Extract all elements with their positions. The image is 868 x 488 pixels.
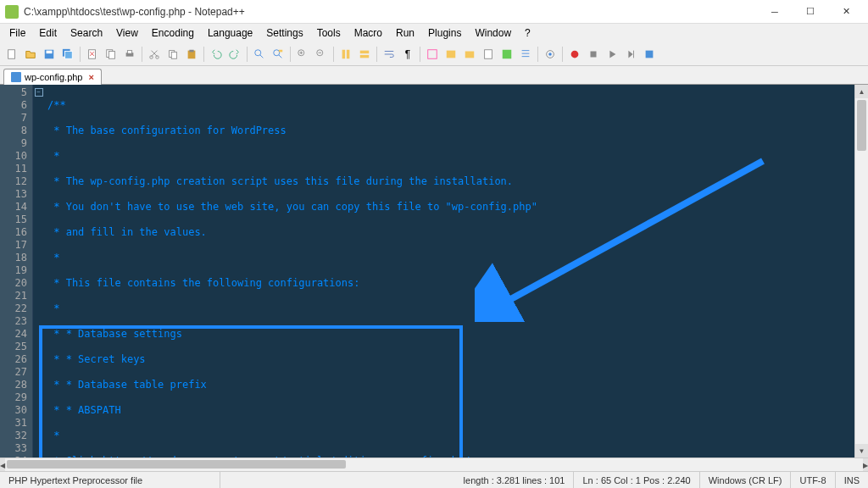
menu-macro[interactable]: Macro — [348, 25, 388, 41]
wordwrap-icon[interactable] — [381, 46, 398, 63]
status-encoding: UTF-8 — [791, 472, 835, 488]
paste-icon[interactable] — [183, 46, 200, 63]
record-icon[interactable] — [566, 46, 583, 63]
svg-point-31 — [548, 53, 552, 56]
close-file-icon[interactable] — [84, 46, 101, 63]
scroll-down-icon[interactable]: ▼ — [855, 444, 868, 458]
svg-point-32 — [571, 50, 579, 58]
svg-rect-4 — [65, 51, 73, 58]
menu-window[interactable]: Window — [469, 25, 517, 41]
svg-rect-28 — [485, 49, 492, 58]
minimize-button[interactable]: ─ — [758, 2, 792, 22]
line-number-gutter: 5678910111213141516171819202122232425262… — [0, 85, 32, 458]
status-eol: Windows (CR LF) — [700, 472, 792, 488]
svg-rect-34 — [646, 50, 654, 58]
menu-edit[interactable]: Edit — [33, 25, 63, 41]
tabbar: wp-config.php × — [0, 66, 868, 85]
maximize-button[interactable]: ☐ — [793, 2, 827, 22]
copy-icon[interactable] — [164, 46, 181, 63]
sync-h-icon[interactable] — [356, 46, 373, 63]
show-all-chars-icon[interactable]: ¶ — [399, 46, 416, 63]
close-all-icon[interactable] — [103, 46, 120, 63]
find-icon[interactable] — [251, 46, 268, 63]
menu-file[interactable]: File — [3, 25, 31, 41]
menubar: FileEditSearchViewEncodingLanguageSettin… — [0, 24, 868, 42]
fold-column: − — [32, 85, 44, 458]
redo-icon[interactable] — [226, 46, 243, 63]
status-length: length : 3.281 lines : 101 — [455, 472, 575, 488]
new-file-icon[interactable] — [3, 46, 20, 63]
tab-wp-config[interactable]: wp-config.php × — [3, 69, 102, 85]
tab-label: wp-config.php — [25, 72, 83, 82]
svg-rect-7 — [108, 51, 114, 58]
scroll-thumb-h[interactable] — [7, 460, 346, 469]
toolbar: ¶ — [0, 42, 868, 66]
menu-search[interactable]: Search — [64, 25, 108, 41]
statusbar: PHP Hypertext Preprocessor file length :… — [0, 471, 868, 488]
svg-rect-27 — [465, 51, 475, 58]
menu-run[interactable]: Run — [390, 25, 420, 41]
cut-icon[interactable] — [146, 46, 163, 63]
doclist-icon[interactable] — [498, 46, 515, 63]
titlebar: C:\xampp\htdocs\test\wp-config.php - Not… — [0, 0, 868, 24]
zoom-out-icon[interactable] — [313, 46, 330, 63]
folder-view-icon[interactable] — [461, 46, 478, 63]
svg-rect-25 — [428, 49, 437, 58]
svg-rect-24 — [360, 54, 370, 58]
php-file-icon — [11, 72, 21, 82]
menu-plugins[interactable]: Plugins — [422, 25, 467, 41]
svg-rect-29 — [503, 49, 512, 58]
scroll-thumb[interactable] — [857, 100, 866, 151]
tab-close-icon[interactable]: × — [89, 72, 94, 82]
monitor-icon[interactable] — [542, 46, 559, 63]
status-mode: INS — [836, 472, 868, 488]
code-area[interactable]: /** * The base configuration for WordPre… — [44, 85, 854, 458]
svg-rect-0 — [8, 49, 15, 58]
stop-icon[interactable] — [585, 46, 602, 63]
play-icon[interactable] — [604, 46, 620, 63]
menu-encoding[interactable]: Encoding — [146, 25, 200, 41]
save-macro-icon[interactable] — [641, 46, 658, 63]
vertical-scrollbar[interactable]: ▲ ▼ — [854, 85, 868, 458]
replace-icon[interactable] — [270, 46, 287, 63]
fold-toggle-icon[interactable]: − — [35, 88, 43, 97]
svg-rect-22 — [347, 49, 350, 58]
svg-point-17 — [274, 49, 280, 55]
docmap-icon[interactable] — [480, 46, 497, 63]
menu-settings[interactable]: Settings — [260, 25, 309, 41]
app-icon — [5, 5, 19, 19]
zoom-in-icon[interactable] — [294, 46, 311, 63]
menu-view[interactable]: View — [110, 25, 144, 41]
funclist-icon[interactable] — [517, 46, 534, 63]
status-position: Ln : 65 Col : 1 Pos : 2.240 — [574, 472, 699, 488]
svg-rect-23 — [360, 50, 370, 53]
menu-tools[interactable]: Tools — [311, 25, 347, 41]
open-file-icon[interactable] — [22, 46, 39, 63]
menu-?[interactable]: ? — [519, 25, 537, 41]
playloop-icon[interactable] — [622, 46, 639, 63]
save-all-icon[interactable] — [59, 46, 76, 63]
undo-icon[interactable] — [208, 46, 225, 63]
window-controls: ─ ☐ ✕ — [758, 2, 863, 22]
window-title: C:\xampp\htdocs\test\wp-config.php - Not… — [24, 6, 758, 18]
indent-guide-icon[interactable] — [424, 46, 441, 63]
scroll-right-icon[interactable]: ▶ — [863, 458, 868, 472]
horizontal-scrollbar[interactable]: ◀ ▶ — [0, 458, 868, 471]
svg-rect-21 — [342, 49, 346, 58]
svg-rect-33 — [591, 51, 597, 57]
print-icon[interactable] — [121, 46, 138, 63]
svg-rect-15 — [189, 49, 193, 52]
svg-rect-26 — [447, 50, 456, 58]
svg-rect-2 — [47, 50, 53, 53]
svg-rect-9 — [127, 50, 131, 53]
scroll-up-icon[interactable]: ▲ — [855, 85, 868, 98]
sync-v-icon[interactable] — [337, 46, 354, 63]
menu-language[interactable]: Language — [202, 25, 259, 41]
status-filetype: PHP Hypertext Preprocessor file — [0, 472, 220, 488]
svg-rect-18 — [279, 49, 282, 52]
lang-icon[interactable] — [442, 46, 459, 63]
svg-rect-13 — [171, 52, 176, 58]
editor[interactable]: 5678910111213141516171819202122232425262… — [0, 85, 868, 458]
close-button[interactable]: ✕ — [829, 2, 863, 22]
save-icon[interactable] — [41, 46, 58, 63]
